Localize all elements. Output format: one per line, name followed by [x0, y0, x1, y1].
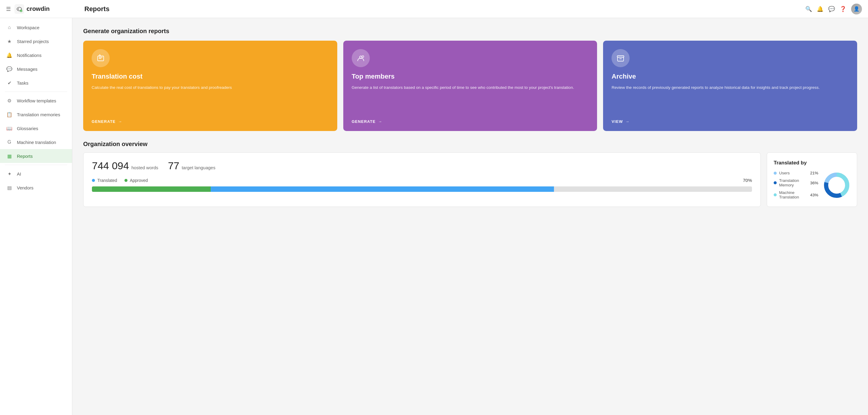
- sidebar-label-ai: AI: [17, 171, 21, 176]
- card-desc-archive: Review the records of previously generat…: [612, 84, 849, 112]
- translated-by-title: Translated by: [774, 160, 850, 166]
- card-desc-top-members: Generate a list of translators based on …: [352, 84, 589, 112]
- svg-rect-0: [14, 4, 24, 14]
- svg-point-10: [829, 178, 844, 193]
- sidebar-item-glossaries[interactable]: 📖Glossaries: [0, 122, 72, 135]
- card-title-translation-cost: Translation cost: [92, 73, 329, 80]
- sidebar-label-workflow: Workflow templates: [17, 98, 56, 103]
- topbar-left: ☰ crowdin: [6, 4, 79, 14]
- hosted-words-number: 744 094: [92, 160, 129, 172]
- sidebar-icon-notifications: 🔔: [6, 52, 13, 59]
- topbar: ☰ crowdin Reports 🔍 🔔 💬 ❓ 👤: [0, 0, 868, 18]
- sidebar-item-ai[interactable]: ✦AI: [0, 167, 72, 181]
- tb-pct: 43%: [810, 193, 818, 197]
- svg-rect-5: [617, 56, 624, 57]
- report-card-archive[interactable]: Archive Review the records of previously…: [603, 41, 857, 131]
- sidebar: ⌂Workspace★Starred projects🔔Notification…: [0, 18, 72, 415]
- sidebar-icon-workspace: ⌂: [6, 24, 13, 31]
- card-action-archive[interactable]: VIEW →: [612, 119, 849, 124]
- target-languages-stat: 77 target languages: [168, 160, 216, 172]
- sidebar-item-starred[interactable]: ★Starred projects: [0, 34, 72, 48]
- sidebar-item-messages[interactable]: 💬Messages: [0, 62, 72, 76]
- search-icon[interactable]: 🔍: [805, 6, 812, 12]
- sidebar-item-workflow[interactable]: ⚙Workflow templates: [0, 94, 72, 107]
- sidebar-item-workspace[interactable]: ⌂Workspace: [0, 21, 72, 34]
- tb-dot: [774, 193, 777, 196]
- sidebar-label-workspace: Workspace: [17, 25, 39, 30]
- sidebar-icon-workflow: ⚙: [6, 97, 13, 104]
- card-action-translation-cost[interactable]: GENERATE →: [92, 119, 329, 124]
- card-icon-top-members: [352, 49, 370, 67]
- logo-icon: [14, 4, 24, 14]
- tb-legend-item-translation-memory: Translation Memory 36%: [774, 178, 818, 187]
- target-languages-label: target languages: [182, 165, 216, 170]
- sidebar-item-memories[interactable]: 📋Translation memories: [0, 107, 72, 122]
- report-card-translation-cost[interactable]: Translation cost Calculate the real cost…: [83, 41, 337, 131]
- sidebar-icon-starred: ★: [6, 38, 13, 44]
- translated-legend-label: Translated: [97, 178, 117, 183]
- sidebar-label-machine: Machine translation: [17, 140, 56, 145]
- logo-text: crowdin: [27, 5, 50, 12]
- card-action-arrow-top-members: →: [378, 119, 382, 124]
- translated-by-content: Users 21% Translation Memory 36% Machine…: [774, 171, 850, 199]
- card-action-label-translation-cost: GENERATE: [92, 119, 116, 124]
- avatar[interactable]: 👤: [851, 4, 862, 14]
- sidebar-item-machine[interactable]: GMachine translation: [0, 135, 72, 149]
- hamburger-icon[interactable]: ☰: [6, 6, 11, 12]
- sidebar-label-messages: Messages: [17, 67, 37, 72]
- sidebar-item-reports[interactable]: ▦Reports: [0, 149, 72, 163]
- card-action-arrow-translation-cost: →: [118, 119, 122, 124]
- sidebar-item-tasks[interactable]: ✔Tasks: [0, 76, 72, 90]
- target-languages-number: 77: [168, 160, 179, 172]
- progress-legend: Translated Approved 70%: [92, 178, 752, 183]
- sidebar-label-tasks: Tasks: [17, 80, 28, 85]
- approved-bar: [92, 186, 211, 192]
- page-title: Reports: [79, 5, 805, 13]
- sidebar-icon-machine: G: [6, 139, 13, 145]
- stats-row: 744 094 hosted words 77 target languages: [92, 160, 752, 172]
- tb-legend-item-machine-translation: Machine Translation 43%: [774, 190, 818, 199]
- tb-label: Machine Translation: [779, 190, 808, 199]
- card-action-label-archive: VIEW: [612, 119, 623, 124]
- card-action-top-members[interactable]: GENERATE →: [352, 119, 589, 124]
- logo: crowdin: [14, 4, 50, 14]
- report-card-top-members[interactable]: Top members Generate a list of translato…: [343, 41, 597, 131]
- tb-pct: 36%: [810, 181, 818, 185]
- overview-card: 744 094 hosted words 77 target languages…: [83, 152, 761, 207]
- progress-percentage: 70%: [743, 178, 752, 183]
- sidebar-label-notifications: Notifications: [17, 53, 41, 58]
- sidebar-icon-ai: ✦: [6, 170, 13, 177]
- message-icon[interactable]: 💬: [828, 6, 835, 12]
- tb-dot: [774, 172, 777, 175]
- card-action-label-top-members: GENERATE: [352, 119, 376, 124]
- tb-label: Users: [779, 171, 789, 175]
- tb-label: Translation Memory: [779, 178, 808, 187]
- sidebar-label-starred: Starred projects: [17, 39, 49, 44]
- sidebar-icon-vendors: ▤: [6, 184, 13, 191]
- translated-bar: [211, 186, 554, 192]
- donut-chart: [823, 172, 850, 199]
- hosted-words-stat: 744 094 hosted words: [92, 160, 158, 172]
- sidebar-label-memories: Translation memories: [17, 112, 60, 117]
- tb-dot: [774, 181, 777, 184]
- approved-legend-label: Approved: [130, 178, 148, 183]
- approved-legend-item: Approved: [124, 178, 148, 183]
- main-content: Generate organization reports Translatio…: [72, 18, 868, 415]
- tb-legend-item-users: Users 21%: [774, 171, 818, 175]
- report-cards: Translation cost Calculate the real cost…: [83, 41, 857, 131]
- translated-legend-item: Translated: [92, 178, 117, 183]
- translated-by-card: Translated by Users 21% Translation Memo…: [767, 152, 857, 207]
- card-title-archive: Archive: [612, 73, 849, 80]
- bell-icon[interactable]: 🔔: [817, 6, 824, 12]
- card-icon-translation-cost: [92, 49, 110, 67]
- approved-dot: [124, 179, 127, 182]
- sidebar-icon-tasks: ✔: [6, 79, 13, 86]
- hosted-words-label: hosted words: [131, 165, 158, 170]
- sidebar-item-vendors[interactable]: ▤Vendors: [0, 181, 72, 195]
- generate-section-title: Generate organization reports: [83, 28, 857, 35]
- sidebar-icon-messages: 💬: [6, 66, 13, 72]
- progress-bar: [92, 186, 752, 192]
- help-icon[interactable]: ❓: [840, 6, 846, 12]
- card-action-arrow-archive: →: [625, 119, 629, 124]
- sidebar-item-notifications[interactable]: 🔔Notifications: [0, 48, 72, 62]
